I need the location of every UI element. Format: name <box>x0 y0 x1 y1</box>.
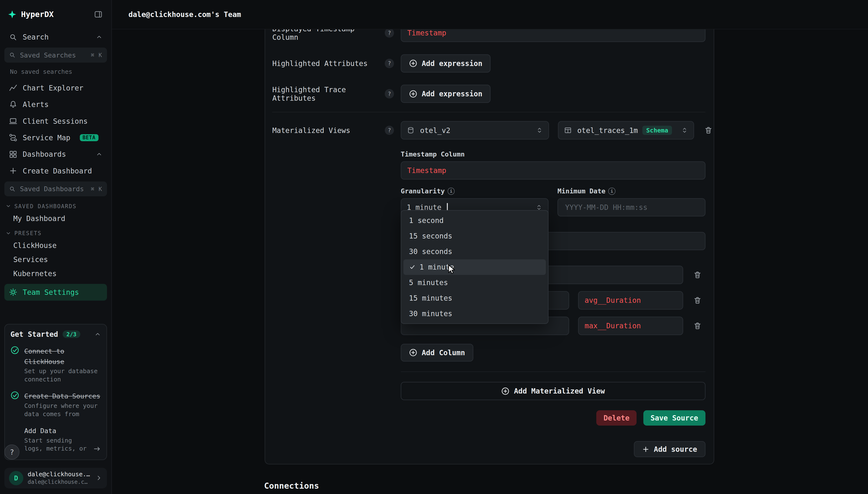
delete-materialized-view-button[interactable] <box>701 122 716 138</box>
dropdown-option[interactable]: 15 seconds <box>403 228 546 244</box>
section-presets[interactable]: PRESETS <box>0 226 111 239</box>
help-icon[interactable]: ? <box>385 59 394 68</box>
sidebar-item-alerts[interactable]: Alerts <box>4 96 107 113</box>
task-title: Add Data <box>24 427 56 435</box>
trash-icon <box>693 296 701 304</box>
field-label: Highlighted Attributes <box>272 59 368 68</box>
sidebar: HyperDX Search <box>0 0 112 494</box>
sidebar-item-my-dashboard[interactable]: My Dashboard <box>0 212 111 226</box>
section-saved-dashboards[interactable]: SAVED DASHBOARDS <box>0 198 111 211</box>
materialized-views-row: Materialized Views ? otel_v2 <box>272 121 705 139</box>
help-icon[interactable]: ? <box>385 30 394 38</box>
highlighted-attributes-row: Highlighted Attributes ? Add expression <box>272 54 705 73</box>
dropdown-option[interactable]: 5 minutes <box>403 275 546 290</box>
topbar: dale@clickhouse.com's Team <box>112 0 868 30</box>
table-icon <box>564 127 573 134</box>
user-email: dale@clickhouse.c… <box>28 478 91 486</box>
plus-circle-icon <box>409 348 417 357</box>
sidebar-item-service-map[interactable]: Service Map BETA <box>4 129 107 146</box>
dropdown-option[interactable]: 30 minutes <box>403 306 546 321</box>
sidebar-item-dashboards[interactable]: Dashboards <box>4 146 107 163</box>
info-icon[interactable]: i <box>448 188 455 195</box>
saved-dashboards-input[interactable] <box>19 185 88 193</box>
add-source-button[interactable]: Add source <box>634 441 705 457</box>
saved-searches-search[interactable]: ⌘ K <box>4 48 107 63</box>
search-icon <box>9 186 16 192</box>
hyperdx-logo-icon <box>8 10 17 19</box>
delete-column-button[interactable] <box>690 292 706 308</box>
chart-icon <box>9 84 18 92</box>
chevron-up-icon <box>94 331 101 338</box>
help-button[interactable]: ? <box>4 444 19 459</box>
delete-column-button[interactable] <box>690 267 706 283</box>
field-label: Materialized Views <box>272 126 350 135</box>
dropdown-option[interactable]: 1 second <box>403 213 546 228</box>
dropdown-option[interactable]: 15 minutes <box>403 290 546 306</box>
trash-icon <box>704 126 713 134</box>
sidebar-item-chart-explorer[interactable]: Chart Explorer <box>4 80 107 96</box>
get-started-title: Get Started <box>11 330 58 339</box>
dropdown-option[interactable]: 30 seconds <box>403 244 546 259</box>
panel-collapse-icon <box>94 10 102 18</box>
mv-table-select[interactable]: otel_v2 <box>401 121 549 139</box>
button-label: Add source <box>654 445 697 454</box>
sidebar-item-search[interactable]: Search <box>4 29 107 45</box>
sidebar-collapse-button[interactable] <box>93 9 103 20</box>
displayed-timestamp-row: Displayed Timestamp Column ? Timestamp <box>272 30 705 42</box>
sidebar-item-team-settings[interactable]: Team Settings <box>4 284 107 300</box>
get-started-item-add-data[interactable]: Add Data Start sending logs, metrics, or <box>11 425 101 453</box>
sidebar-item-label: Chart Explorer <box>23 84 83 92</box>
timestamp-column-input[interactable]: Timestamp <box>401 162 706 179</box>
user-menu[interactable]: D dale@clickhouse.… dale@clickhouse.c… <box>4 468 107 489</box>
search-icon <box>9 33 18 41</box>
minimum-date-input[interactable] <box>564 203 699 212</box>
dropdown-option-selected[interactable]: 1 minute <box>403 259 546 275</box>
check-icon <box>409 264 416 270</box>
get-started-item-sources[interactable]: Create Data Sources Configure where your… <box>11 390 101 418</box>
plus-circle-icon <box>409 59 417 68</box>
select-value: otel_traces_1m <box>577 126 638 135</box>
create-dashboard-label: Create Dashboard <box>23 167 92 175</box>
create-dashboard-button[interactable]: Create Dashboard <box>4 163 107 179</box>
field-value: max__Duration <box>585 322 641 330</box>
sidebar-item-label: Client Sessions <box>23 117 88 126</box>
field-value: Timestamp <box>407 166 446 175</box>
check-circle-icon <box>11 390 20 418</box>
mv-view-select[interactable]: otel_traces_1m Schema <box>558 121 694 139</box>
help-icon[interactable]: ? <box>385 89 394 98</box>
content: Displayed Timestamp Column ? Timestamp H… <box>112 30 868 494</box>
sidebar-item-label: Team Settings <box>23 288 79 297</box>
add-materialized-view-button[interactable]: Add Materialized View <box>401 382 706 400</box>
task-desc: Start sending logs, metrics, or <box>24 437 89 453</box>
column-expression-input[interactable]: avg__Duration <box>578 291 683 309</box>
sidebar-item-kubernetes[interactable]: Kubernetes <box>0 267 111 281</box>
add-column-button[interactable]: Add Column <box>401 344 473 362</box>
add-expression-button[interactable]: Add expression <box>401 85 490 103</box>
schema-badge[interactable]: Schema <box>642 126 672 135</box>
sidebar-item-services[interactable]: Services <box>0 252 111 267</box>
field-label: Displayed Timestamp Column <box>272 30 385 41</box>
save-source-button[interactable]: Save Source <box>643 410 706 426</box>
button-label: Add Column <box>422 348 465 357</box>
saved-dashboards-search[interactable]: ⌘ K <box>4 182 107 196</box>
sidebar-item-client-sessions[interactable]: Client Sessions <box>4 113 107 129</box>
sidebar-item-clickhouse[interactable]: ClickHouse <box>0 239 111 252</box>
get-started-header[interactable]: Get Started 2/3 <box>11 330 101 339</box>
displayed-timestamp-input[interactable]: Timestamp <box>401 30 706 42</box>
task-title: Create Data Sources <box>24 392 100 400</box>
avatar: D <box>9 471 23 485</box>
delete-button[interactable]: Delete <box>596 410 637 426</box>
source-settings-card: Displayed Timestamp Column ? Timestamp H… <box>265 30 714 464</box>
trash-icon <box>693 271 701 279</box>
saved-searches-input[interactable] <box>19 51 88 59</box>
chevron-down-icon <box>5 230 11 236</box>
task-desc: Set up your database connection <box>24 367 101 384</box>
help-icon[interactable]: ? <box>385 126 394 135</box>
trash-icon <box>693 322 701 330</box>
delete-column-button[interactable] <box>690 318 706 334</box>
column-expression-input[interactable]: max__Duration <box>578 317 683 335</box>
info-icon[interactable]: i <box>608 188 615 195</box>
app-logo: HyperDX <box>8 10 54 19</box>
add-expression-button[interactable]: Add expression <box>401 54 490 73</box>
get-started-item-connect[interactable]: Connect to ClickHouse Set up your databa… <box>11 345 101 384</box>
